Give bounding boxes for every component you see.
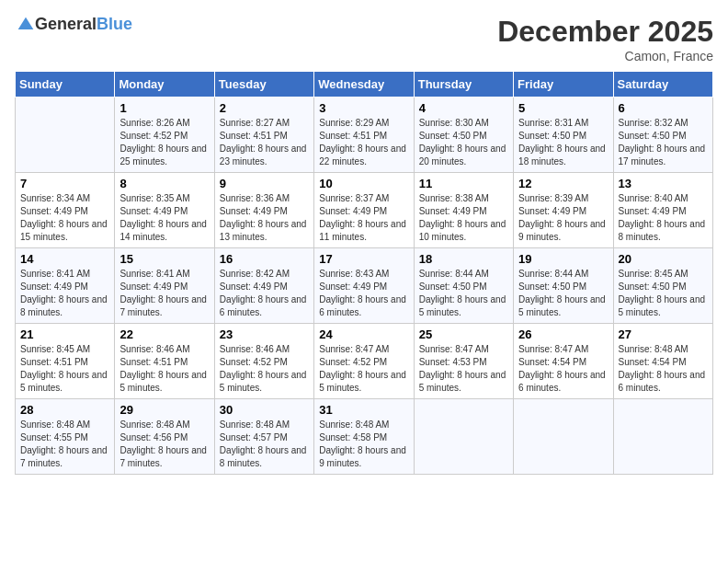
day-number: 10 [319, 177, 408, 190]
day-number: 2 [220, 101, 309, 115]
calendar-day-cell: 19Sunrise: 8:44 AMSunset: 4:50 PMDayligh… [514, 248, 613, 324]
calendar-day-cell: 20Sunrise: 8:45 AMSunset: 4:50 PMDayligh… [613, 248, 712, 324]
day-info: Sunrise: 8:47 AMSunset: 4:52 PMDaylight:… [319, 343, 408, 395]
calendar-day-cell: 27Sunrise: 8:48 AMSunset: 4:54 PMDayligh… [613, 324, 712, 399]
weekday-row: SundayMondayTuesdayWednesdayThursdayFrid… [16, 72, 713, 98]
day-number: 17 [319, 252, 408, 266]
weekday-header: Wednesday [314, 72, 414, 98]
day-number: 1 [119, 101, 209, 115]
day-number: 14 [20, 252, 109, 266]
calendar-day-cell: 29Sunrise: 8:48 AMSunset: 4:56 PMDayligh… [115, 399, 214, 475]
day-number: 12 [518, 177, 608, 190]
day-info: Sunrise: 8:27 AMSunset: 4:51 PMDaylight:… [220, 117, 309, 168]
day-info: Sunrise: 8:34 AMSunset: 4:49 PMDaylight:… [20, 192, 109, 244]
day-number: 16 [220, 252, 309, 266]
calendar-day-cell: 8Sunrise: 8:35 AMSunset: 4:49 PMDaylight… [115, 173, 214, 248]
title-block: December 2025 Camon, France [497, 15, 713, 63]
calendar-week-row: 21Sunrise: 8:45 AMSunset: 4:51 PMDayligh… [16, 324, 713, 399]
calendar-day-cell: 14Sunrise: 8:41 AMSunset: 4:49 PMDayligh… [16, 248, 115, 324]
calendar-day-cell: 1Sunrise: 8:26 AMSunset: 4:52 PMDaylight… [115, 98, 214, 173]
weekday-header: Friday [514, 72, 613, 98]
day-number: 24 [319, 327, 408, 341]
day-number: 28 [20, 403, 109, 417]
day-info: Sunrise: 8:48 AMSunset: 4:57 PMDaylight:… [220, 419, 309, 470]
day-number: 3 [319, 101, 408, 115]
day-number: 26 [518, 327, 608, 341]
day-number: 6 [619, 101, 708, 115]
day-info: Sunrise: 8:42 AMSunset: 4:49 PMDaylight:… [220, 268, 309, 319]
calendar-day-cell: 15Sunrise: 8:41 AMSunset: 4:49 PMDayligh… [115, 248, 214, 324]
calendar-day-cell: 21Sunrise: 8:45 AMSunset: 4:51 PMDayligh… [16, 324, 115, 399]
calendar-day-cell: 22Sunrise: 8:46 AMSunset: 4:51 PMDayligh… [115, 324, 214, 399]
calendar-day-cell [514, 399, 613, 475]
day-info: Sunrise: 8:40 AMSunset: 4:49 PMDaylight:… [619, 192, 708, 244]
calendar-day-cell: 16Sunrise: 8:42 AMSunset: 4:49 PMDayligh… [214, 248, 313, 324]
calendar-day-cell: 4Sunrise: 8:30 AMSunset: 4:50 PMDaylight… [414, 98, 513, 173]
day-info: Sunrise: 8:45 AMSunset: 4:50 PMDaylight:… [619, 268, 708, 319]
day-info: Sunrise: 8:46 AMSunset: 4:52 PMDaylight:… [220, 343, 309, 395]
page-header: GeneralBlue December 2025 Camon, France [15, 15, 713, 63]
day-info: Sunrise: 8:29 AMSunset: 4:51 PMDaylight:… [319, 117, 408, 168]
logo-blue-text: Blue [97, 15, 132, 33]
calendar-day-cell: 10Sunrise: 8:37 AMSunset: 4:49 PMDayligh… [314, 173, 414, 248]
day-number: 4 [419, 101, 508, 115]
weekday-header: Tuesday [214, 72, 313, 98]
calendar-day-cell: 28Sunrise: 8:48 AMSunset: 4:55 PMDayligh… [16, 399, 115, 475]
day-number: 22 [119, 327, 209, 341]
day-info: Sunrise: 8:31 AMSunset: 4:50 PMDaylight:… [518, 117, 608, 168]
day-number: 19 [518, 252, 608, 266]
day-number: 5 [518, 101, 608, 115]
calendar-day-cell: 31Sunrise: 8:48 AMSunset: 4:58 PMDayligh… [314, 399, 414, 475]
weekday-header: Saturday [613, 72, 712, 98]
calendar-day-cell: 7Sunrise: 8:34 AMSunset: 4:49 PMDaylight… [16, 173, 115, 248]
calendar-week-row: 28Sunrise: 8:48 AMSunset: 4:55 PMDayligh… [16, 399, 713, 475]
day-info: Sunrise: 8:38 AMSunset: 4:49 PMDaylight:… [419, 192, 508, 244]
calendar-table: SundayMondayTuesdayWednesdayThursdayFrid… [15, 71, 713, 475]
day-number: 7 [20, 177, 109, 190]
calendar-day-cell: 12Sunrise: 8:39 AMSunset: 4:49 PMDayligh… [514, 173, 613, 248]
calendar-body: 1Sunrise: 8:26 AMSunset: 4:52 PMDaylight… [16, 98, 713, 475]
day-number: 30 [220, 403, 309, 417]
calendar-day-cell: 17Sunrise: 8:43 AMSunset: 4:49 PMDayligh… [314, 248, 414, 324]
day-info: Sunrise: 8:45 AMSunset: 4:51 PMDaylight:… [20, 343, 109, 395]
calendar-day-cell: 6Sunrise: 8:32 AMSunset: 4:50 PMDaylight… [613, 98, 712, 173]
calendar-day-cell: 25Sunrise: 8:47 AMSunset: 4:53 PMDayligh… [414, 324, 513, 399]
day-number: 27 [619, 327, 708, 341]
day-info: Sunrise: 8:41 AMSunset: 4:49 PMDaylight:… [20, 268, 109, 319]
day-info: Sunrise: 8:36 AMSunset: 4:49 PMDaylight:… [220, 192, 309, 244]
weekday-header: Monday [115, 72, 214, 98]
day-info: Sunrise: 8:39 AMSunset: 4:49 PMDaylight:… [518, 192, 608, 244]
logo-icon [17, 16, 35, 34]
calendar-day-cell: 26Sunrise: 8:47 AMSunset: 4:54 PMDayligh… [514, 324, 613, 399]
day-info: Sunrise: 8:43 AMSunset: 4:49 PMDaylight:… [319, 268, 408, 319]
day-info: Sunrise: 8:32 AMSunset: 4:50 PMDaylight:… [619, 117, 708, 168]
day-info: Sunrise: 8:48 AMSunset: 4:54 PMDaylight:… [619, 343, 708, 395]
calendar-day-cell: 3Sunrise: 8:29 AMSunset: 4:51 PMDaylight… [314, 98, 414, 173]
calendar-day-cell [16, 98, 115, 173]
day-number: 23 [220, 327, 309, 341]
calendar-day-cell: 13Sunrise: 8:40 AMSunset: 4:49 PMDayligh… [613, 173, 712, 248]
calendar-day-cell: 11Sunrise: 8:38 AMSunset: 4:49 PMDayligh… [414, 173, 513, 248]
calendar-day-cell [414, 399, 513, 475]
day-info: Sunrise: 8:44 AMSunset: 4:50 PMDaylight:… [419, 268, 508, 319]
calendar-day-cell: 18Sunrise: 8:44 AMSunset: 4:50 PMDayligh… [414, 248, 513, 324]
calendar-day-cell: 30Sunrise: 8:48 AMSunset: 4:57 PMDayligh… [214, 399, 313, 475]
calendar-day-cell [613, 399, 712, 475]
calendar-day-cell: 2Sunrise: 8:27 AMSunset: 4:51 PMDaylight… [214, 98, 313, 173]
day-number: 21 [20, 327, 109, 341]
day-number: 20 [619, 252, 708, 266]
logo: GeneralBlue [15, 15, 132, 34]
weekday-header: Thursday [414, 72, 513, 98]
day-number: 9 [220, 177, 309, 190]
location-subtitle: Camon, France [497, 49, 713, 63]
calendar-day-cell: 24Sunrise: 8:47 AMSunset: 4:52 PMDayligh… [314, 324, 414, 399]
day-info: Sunrise: 8:30 AMSunset: 4:50 PMDaylight:… [419, 117, 508, 168]
day-number: 15 [119, 252, 209, 266]
svg-marker-0 [18, 17, 34, 29]
calendar-day-cell: 23Sunrise: 8:46 AMSunset: 4:52 PMDayligh… [214, 324, 313, 399]
day-info: Sunrise: 8:47 AMSunset: 4:53 PMDaylight:… [419, 343, 508, 395]
day-number: 29 [119, 403, 209, 417]
day-info: Sunrise: 8:41 AMSunset: 4:49 PMDaylight:… [119, 268, 209, 319]
calendar-header: SundayMondayTuesdayWednesdayThursdayFrid… [16, 72, 713, 98]
day-number: 18 [419, 252, 508, 266]
